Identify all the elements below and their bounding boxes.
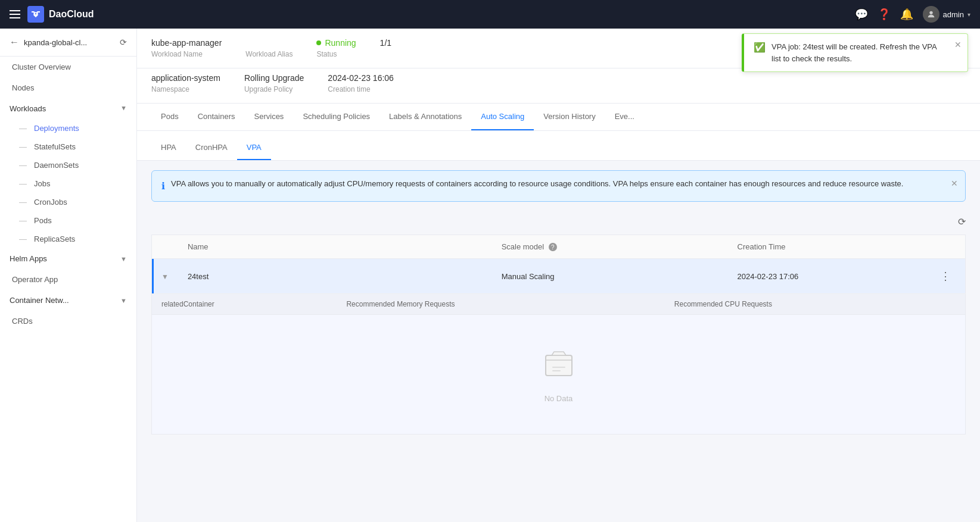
status-dot: [316, 40, 321, 45]
user-menu[interactable]: admin ▾: [923, 6, 970, 23]
refresh-cluster-button[interactable]: ⟳: [120, 37, 127, 47]
sidebar: ← kpanda-global-cl... ⟳ Cluster Overview…: [0, 29, 137, 522]
workload-alias-label: Workload Alias: [245, 50, 293, 58]
sub-table-body: No Data: [152, 315, 965, 435]
main-content: kube-app-manager Workload Name Workload …: [137, 29, 980, 522]
sidebar-label-replicasets: ReplicaSets: [34, 235, 75, 243]
workload-alias-field: Workload Alias: [245, 38, 293, 58]
no-data-container: No Data: [161, 322, 956, 427]
sidebar-item-statefulsets[interactable]: — StatefulSets: [0, 137, 136, 156]
tab-version-history[interactable]: Version History: [534, 104, 605, 130]
namespace-field: application-system Namespace: [151, 73, 220, 93]
chevron-up-icon: ▲: [120, 105, 127, 112]
table-row: ▼ 24test Manual Scaling 2024-02-23 17:06…: [152, 259, 966, 294]
avatar: [923, 6, 939, 23]
sub-tab-cronhpa[interactable]: CronHPA: [186, 138, 237, 160]
sidebar-group-container-netw[interactable]: Container Netw... ▼: [0, 290, 136, 311]
sidebar-label-statefulsets: StatefulSets: [34, 142, 76, 151]
sidebar-item-deployments[interactable]: — Deployments: [0, 119, 136, 137]
sidebar-item-crds[interactable]: CRDs: [0, 311, 136, 332]
row-more-button[interactable]: ⋮: [935, 267, 956, 285]
tab-events[interactable]: Eve...: [605, 104, 644, 130]
row-actions-cell: ⋮: [925, 259, 965, 294]
alert-close-button[interactable]: ✕: [951, 177, 958, 190]
username: admin: [943, 10, 964, 19]
tab-labels-annotations[interactable]: Labels & Annotations: [379, 104, 471, 130]
sidebar-item-nodes[interactable]: Nodes: [0, 77, 136, 98]
hamburger-icon[interactable]: [10, 10, 20, 18]
sidebar-group-workloads[interactable]: Workloads ▲: [0, 98, 136, 119]
no-data-icon: [171, 346, 946, 388]
sidebar-item-cluster-overview[interactable]: Cluster Overview: [0, 57, 136, 77]
sidebar-label-workloads: Workloads: [10, 104, 46, 113]
memory-requests-header: Recommended Memory Requests: [337, 294, 664, 315]
navbar: DaoCloud 💬 ❓ 🔔 admin ▾: [0, 0, 980, 29]
bell-icon[interactable]: 🔔: [900, 8, 913, 21]
sub-table-no-data-row: No Data: [152, 315, 965, 435]
tab-auto-scaling[interactable]: Auto Scaling: [471, 104, 534, 130]
dash-icon: —: [19, 124, 27, 133]
actions-column-header: [925, 235, 965, 259]
back-button[interactable]: ←: [10, 37, 19, 48]
expanded-sub-table-row: relatedContainer Recommended Memory Requ…: [152, 294, 966, 435]
sidebar-item-cronjobs[interactable]: — CronJobs: [0, 193, 136, 211]
creation-time-value: 2024-02-23 16:06: [328, 73, 394, 83]
sidebar-label-deployments: Deployments: [34, 124, 79, 133]
sub-tabs: HPA CronHPA VPA: [137, 131, 980, 161]
tab-pods[interactable]: Pods: [151, 104, 188, 130]
workload-replicas-field: 1/1: [380, 38, 391, 48]
success-icon: ✅: [754, 42, 766, 53]
sidebar-item-pods[interactable]: — Pods: [0, 211, 136, 230]
workload-status-field: Running Status: [316, 38, 356, 58]
dash-icon: —: [19, 142, 27, 151]
sidebar-item-operator-app[interactable]: Operator App: [0, 269, 136, 290]
info-alert-text: VPA allows you to manually or automatica…: [171, 178, 903, 190]
help-circle-icon[interactable]: ❓: [878, 8, 891, 21]
tab-containers[interactable]: Containers: [188, 104, 245, 130]
logo-icon: [27, 6, 44, 23]
tab-services[interactable]: Services: [245, 104, 294, 130]
layout: ← kpanda-global-cl... ⟳ Cluster Overview…: [0, 29, 980, 522]
row-name-cell: 24test: [178, 259, 492, 294]
sidebar-label-helm-apps: Helm Apps: [10, 254, 47, 263]
cluster-name: kpanda-global-cl...: [24, 38, 87, 47]
sidebar-item-jobs[interactable]: — Jobs: [0, 174, 136, 193]
refresh-table-button[interactable]: ⟳: [958, 216, 966, 227]
related-container-header: relatedContainer: [152, 294, 337, 315]
workload-details: application-system Namespace Rolling Upg…: [137, 68, 980, 104]
chevron-down-icon: ▼: [120, 255, 127, 262]
info-alert: ℹ VPA allows you to manually or automati…: [151, 170, 966, 202]
navbar-left: DaoCloud: [10, 6, 94, 23]
logo: DaoCloud: [27, 6, 94, 23]
upgrade-policy-label: Upgrade Policy: [244, 85, 304, 93]
row-expand-cell: ▼: [152, 259, 178, 294]
sidebar-label-pods: Pods: [34, 216, 52, 225]
scale-model-help-icon[interactable]: ?: [549, 243, 557, 251]
info-icon: ℹ: [161, 179, 165, 194]
workload-name-label: Workload Name: [151, 50, 222, 58]
tab-scheduling-policies[interactable]: Scheduling Policies: [293, 104, 379, 130]
sidebar-item-replicasets[interactable]: — ReplicaSets: [0, 230, 136, 248]
upgrade-policy-field: Rolling Upgrade Upgrade Policy: [244, 73, 304, 93]
notification-close-button[interactable]: ✕: [954, 40, 962, 49]
sidebar-item-daemonsets[interactable]: — DaemonSets: [0, 156, 136, 174]
sidebar-label-jobs: Jobs: [34, 179, 50, 188]
dash-icon: —: [19, 235, 27, 243]
sidebar-label-operator-app: Operator App: [12, 275, 58, 284]
chevron-down-icon: ▾: [967, 11, 970, 18]
sidebar-header: ← kpanda-global-cl... ⟳: [0, 29, 136, 57]
sidebar-group-helm-apps[interactable]: Helm Apps ▼: [0, 248, 136, 269]
sidebar-label-daemonsets: DaemonSets: [34, 161, 79, 170]
row-toggle-button[interactable]: ▼: [161, 273, 169, 281]
chat-icon[interactable]: 💬: [855, 8, 868, 21]
scale-model-column-header: Scale model ?: [492, 235, 728, 259]
workload-status-label: Status: [316, 50, 356, 58]
workload-status-value: Running: [316, 38, 356, 48]
table-body: ▼ 24test Manual Scaling 2024-02-23 17:06…: [152, 259, 966, 435]
no-data-label: No Data: [171, 394, 946, 403]
sub-tab-vpa[interactable]: VPA: [237, 138, 271, 160]
workload-replicas-value: 1/1: [380, 38, 391, 48]
svg-point-2: [929, 11, 932, 14]
row-creation-time-cell: 2024-02-23 17:06: [728, 259, 925, 294]
sub-tab-hpa[interactable]: HPA: [151, 138, 186, 160]
